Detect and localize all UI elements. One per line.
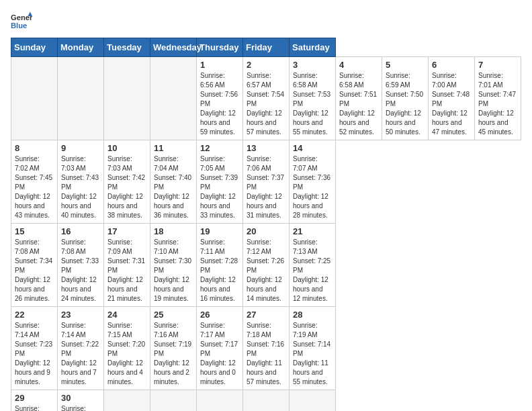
day-info: Sunrise: 7:03 AMSunset: 7:42 PMDaylight:… <box>107 154 146 220</box>
day-info: Sunrise: 7:10 AMSunset: 7:30 PMDaylight:… <box>154 238 193 304</box>
day-cell: 30Sunrise: 7:20 AMSunset: 7:11 PMDayligh… <box>58 390 104 412</box>
day-cell: 19Sunrise: 7:11 AMSunset: 7:28 PMDayligh… <box>197 224 243 307</box>
day-info: Sunrise: 7:16 AMSunset: 7:19 PMDaylight:… <box>154 321 193 387</box>
day-info: Sunrise: 7:13 AMSunset: 7:25 PMDaylight:… <box>293 238 332 304</box>
day-cell: 8Sunrise: 7:02 AMSunset: 7:45 PMDaylight… <box>11 140 58 224</box>
col-header-monday: Monday <box>58 38 104 57</box>
page-header: General Blue <box>11 11 521 32</box>
day-cell: 6Sunrise: 7:00 AMSunset: 7:48 PMDaylight… <box>429 57 475 140</box>
day-cell <box>58 57 104 140</box>
day-cell <box>197 390 243 412</box>
day-cell: 20Sunrise: 7:12 AMSunset: 7:26 PMDayligh… <box>243 224 290 307</box>
day-cell <box>150 57 197 140</box>
day-cell <box>150 390 197 412</box>
day-info: Sunrise: 7:02 AMSunset: 7:45 PMDaylight:… <box>15 154 54 220</box>
week-row-2: 8Sunrise: 7:02 AMSunset: 7:45 PMDaylight… <box>11 140 521 224</box>
col-header-friday: Friday <box>243 38 290 57</box>
week-row-3: 15Sunrise: 7:08 AMSunset: 7:34 PMDayligh… <box>11 224 521 307</box>
day-info: Sunrise: 7:07 AMSunset: 7:36 PMDaylight:… <box>293 154 332 220</box>
col-header-sunday: Sunday <box>11 38 58 57</box>
day-cell <box>104 57 150 140</box>
day-cell: 5Sunrise: 6:59 AMSunset: 7:50 PMDaylight… <box>382 57 429 140</box>
week-row-1: 1Sunrise: 6:56 AMSunset: 7:56 PMDaylight… <box>11 57 521 140</box>
col-header-wednesday: Wednesday <box>150 38 197 57</box>
calendar-table: SundayMondayTuesdayWednesdayThursdayFrid… <box>11 38 521 411</box>
day-number: 30 <box>61 393 100 403</box>
logo: General Blue <box>11 11 32 32</box>
day-cell: 3Sunrise: 6:58 AMSunset: 7:53 PMDaylight… <box>290 57 336 140</box>
day-cell: 7Sunrise: 7:01 AMSunset: 7:47 PMDaylight… <box>475 57 521 140</box>
day-number: 9 <box>61 143 100 153</box>
day-number: 7 <box>478 60 517 70</box>
day-info: Sunrise: 7:08 AMSunset: 7:34 PMDaylight:… <box>15 238 54 304</box>
day-cell: 2Sunrise: 6:57 AMSunset: 7:54 PMDaylight… <box>243 57 290 140</box>
day-info: Sunrise: 7:03 AMSunset: 7:43 PMDaylight:… <box>61 154 100 220</box>
day-number: 24 <box>107 310 146 320</box>
day-cell: 4Sunrise: 6:58 AMSunset: 7:51 PMDaylight… <box>336 57 382 140</box>
day-number: 1 <box>200 60 239 70</box>
day-info: Sunrise: 6:58 AMSunset: 7:53 PMDaylight:… <box>293 71 332 137</box>
day-number: 4 <box>339 60 378 70</box>
day-cell: 11Sunrise: 7:04 AMSunset: 7:40 PMDayligh… <box>150 140 197 224</box>
day-info: Sunrise: 6:57 AMSunset: 7:54 PMDaylight:… <box>247 71 285 137</box>
day-number: 16 <box>61 226 100 236</box>
day-number: 5 <box>386 60 425 70</box>
day-cell <box>243 390 290 412</box>
day-number: 18 <box>154 226 193 236</box>
day-number: 13 <box>247 143 285 153</box>
day-cell: 18Sunrise: 7:10 AMSunset: 7:30 PMDayligh… <box>150 224 197 307</box>
day-cell <box>11 57 58 140</box>
day-number: 12 <box>200 143 239 153</box>
day-cell: 12Sunrise: 7:05 AMSunset: 7:39 PMDayligh… <box>197 140 243 224</box>
day-cell: 15Sunrise: 7:08 AMSunset: 7:34 PMDayligh… <box>11 224 58 307</box>
day-number: 15 <box>15 226 54 236</box>
day-cell <box>104 390 150 412</box>
day-info: Sunrise: 6:56 AMSunset: 7:56 PMDaylight:… <box>200 71 239 137</box>
day-cell: 13Sunrise: 7:06 AMSunset: 7:37 PMDayligh… <box>243 140 290 224</box>
day-cell: 23Sunrise: 7:14 AMSunset: 7:22 PMDayligh… <box>58 307 104 390</box>
day-info: Sunrise: 7:08 AMSunset: 7:33 PMDaylight:… <box>61 238 100 304</box>
col-header-thursday: Thursday <box>197 38 243 57</box>
day-number: 23 <box>61 310 100 320</box>
day-cell: 25Sunrise: 7:16 AMSunset: 7:19 PMDayligh… <box>150 307 197 390</box>
day-info: Sunrise: 7:19 AMSunset: 7:14 PMDaylight:… <box>293 321 332 387</box>
day-number: 19 <box>200 226 239 236</box>
day-info: Sunrise: 7:05 AMSunset: 7:39 PMDaylight:… <box>200 154 239 220</box>
day-info: Sunrise: 7:20 AMSunset: 7:12 PMDaylight:… <box>15 404 54 411</box>
day-number: 14 <box>293 143 332 153</box>
day-info: Sunrise: 6:58 AMSunset: 7:51 PMDaylight:… <box>339 71 378 137</box>
day-cell: 21Sunrise: 7:13 AMSunset: 7:25 PMDayligh… <box>290 224 336 307</box>
day-info: Sunrise: 7:06 AMSunset: 7:37 PMDaylight:… <box>247 154 285 220</box>
day-number: 3 <box>293 60 332 70</box>
day-number: 20 <box>247 226 285 236</box>
day-info: Sunrise: 7:12 AMSunset: 7:26 PMDaylight:… <box>247 238 285 304</box>
day-number: 11 <box>154 143 193 153</box>
day-cell <box>290 390 336 412</box>
week-row-5: 29Sunrise: 7:20 AMSunset: 7:12 PMDayligh… <box>11 390 521 412</box>
day-number: 26 <box>200 310 239 320</box>
day-cell: 24Sunrise: 7:15 AMSunset: 7:20 PMDayligh… <box>104 307 150 390</box>
day-cell: 14Sunrise: 7:07 AMSunset: 7:36 PMDayligh… <box>290 140 336 224</box>
day-cell: 17Sunrise: 7:09 AMSunset: 7:31 PMDayligh… <box>104 224 150 307</box>
day-cell: 22Sunrise: 7:14 AMSunset: 7:23 PMDayligh… <box>11 307 58 390</box>
day-number: 2 <box>247 60 285 70</box>
day-info: Sunrise: 7:11 AMSunset: 7:28 PMDaylight:… <box>200 238 239 304</box>
logo-icon: General Blue <box>11 11 32 32</box>
day-info: Sunrise: 7:04 AMSunset: 7:40 PMDaylight:… <box>154 154 193 220</box>
day-cell: 16Sunrise: 7:08 AMSunset: 7:33 PMDayligh… <box>58 224 104 307</box>
day-number: 6 <box>432 60 471 70</box>
day-cell: 26Sunrise: 7:17 AMSunset: 7:17 PMDayligh… <box>197 307 243 390</box>
day-cell: 1Sunrise: 6:56 AMSunset: 7:56 PMDaylight… <box>197 57 243 140</box>
day-info: Sunrise: 6:59 AMSunset: 7:50 PMDaylight:… <box>386 71 425 137</box>
day-number: 27 <box>247 310 285 320</box>
day-number: 22 <box>15 310 54 320</box>
day-number: 29 <box>15 393 54 403</box>
col-header-tuesday: Tuesday <box>104 38 150 57</box>
day-cell: 29Sunrise: 7:20 AMSunset: 7:12 PMDayligh… <box>11 390 58 412</box>
day-number: 8 <box>15 143 54 153</box>
day-info: Sunrise: 7:00 AMSunset: 7:48 PMDaylight:… <box>432 71 471 137</box>
day-info: Sunrise: 7:15 AMSunset: 7:20 PMDaylight:… <box>107 321 146 387</box>
day-number: 17 <box>107 226 146 236</box>
day-info: Sunrise: 7:01 AMSunset: 7:47 PMDaylight:… <box>478 71 517 137</box>
day-info: Sunrise: 7:14 AMSunset: 7:23 PMDaylight:… <box>15 321 54 387</box>
